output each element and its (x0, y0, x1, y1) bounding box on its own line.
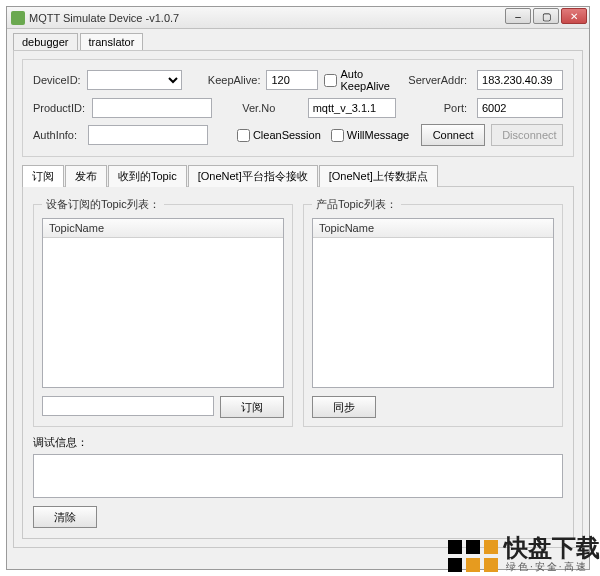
serveraddr-input[interactable] (477, 70, 563, 90)
productid-input[interactable] (92, 98, 212, 118)
productid-label: ProductID: (33, 102, 86, 114)
close-button[interactable]: ✕ (561, 8, 587, 24)
authinfo-label: AuthInfo: (33, 129, 82, 141)
tab-onenet-upload[interactable]: [OneNet]上传数据点 (319, 165, 438, 187)
brand-subtitle: 绿色·安全·高速 (506, 560, 600, 576)
device-topic-header: TopicName (43, 219, 283, 238)
verno-input[interactable] (308, 98, 396, 118)
subscribe-topic-input[interactable] (42, 396, 214, 416)
verno-label: Ver.No (242, 102, 301, 114)
product-topic-legend: 产品Topic列表： (312, 197, 401, 212)
sync-button[interactable]: 同步 (312, 396, 376, 418)
device-topic-legend: 设备订阅的Topic列表： (42, 197, 164, 212)
debug-section: 调试信息： 清除 (33, 435, 563, 528)
keepalive-input[interactable] (266, 70, 318, 90)
window-title: MQTT Simulate Device -v1.0.7 (29, 12, 179, 24)
debug-output[interactable] (33, 454, 563, 498)
willmessage-label: WillMessage (347, 129, 409, 141)
maximize-button[interactable]: ▢ (533, 8, 559, 24)
port-label: Port: (408, 102, 471, 114)
tab-publish[interactable]: 发布 (65, 165, 107, 187)
port-input[interactable] (477, 98, 563, 118)
brand-badge: 快盘下载 绿色·安全·高速 (448, 536, 600, 576)
debugger-panel: DeviceID: KeepAlive: Auto KeepAlive Serv… (13, 50, 583, 548)
willmessage-checkbox[interactable]: WillMessage (331, 129, 409, 142)
disconnect-button[interactable]: Disconnect (491, 124, 563, 146)
subscribe-panel: 设备订阅的Topic列表： TopicName 订阅 产品Topic列表： To… (22, 186, 574, 539)
app-icon (11, 11, 25, 25)
minimize-button[interactable]: – (505, 8, 531, 24)
serveraddr-label: ServerAddr: (408, 74, 471, 86)
subscribe-button[interactable]: 订阅 (220, 396, 284, 418)
tab-subscribe[interactable]: 订阅 (22, 165, 64, 187)
brand-icon (448, 540, 498, 572)
app-window: MQTT Simulate Device -v1.0.7 – ▢ ✕ debug… (6, 6, 590, 570)
auto-keepalive-label: Auto KeepAlive (340, 68, 396, 92)
tab-onenet-command[interactable]: [OneNet]平台指令接收 (188, 165, 318, 187)
authinfo-input[interactable] (88, 125, 208, 145)
device-topic-group: 设备订阅的Topic列表： TopicName 订阅 (33, 197, 293, 427)
top-tab-strip: debugger translator (13, 33, 589, 50)
deviceid-select[interactable] (87, 70, 182, 90)
auto-keepalive-checkbox[interactable]: Auto KeepAlive (324, 68, 396, 92)
tab-debugger[interactable]: debugger (13, 33, 78, 50)
product-topic-header: TopicName (313, 219, 553, 238)
titlebar: MQTT Simulate Device -v1.0.7 – ▢ ✕ (7, 7, 589, 29)
debug-label: 调试信息： (33, 435, 563, 450)
device-topic-list[interactable]: TopicName (42, 218, 284, 388)
connect-button[interactable]: Connect (421, 124, 485, 146)
tab-received-topic[interactable]: 收到的Topic (108, 165, 187, 187)
main-tab-strip: 订阅 发布 收到的Topic [OneNet]平台指令接收 [OneNet]上传… (22, 165, 574, 187)
product-topic-list[interactable]: TopicName (312, 218, 554, 388)
keepalive-label: KeepAlive: (208, 74, 261, 86)
deviceid-label: DeviceID: (33, 74, 81, 86)
clear-button[interactable]: 清除 (33, 506, 97, 528)
brand-title: 快盘下载 (504, 536, 600, 560)
cleansession-label: CleanSession (253, 129, 321, 141)
product-topic-group: 产品Topic列表： TopicName 同步 (303, 197, 563, 427)
cleansession-checkbox[interactable]: CleanSession (237, 129, 325, 142)
connection-group: DeviceID: KeepAlive: Auto KeepAlive Serv… (22, 59, 574, 157)
tab-translator[interactable]: translator (80, 33, 144, 50)
